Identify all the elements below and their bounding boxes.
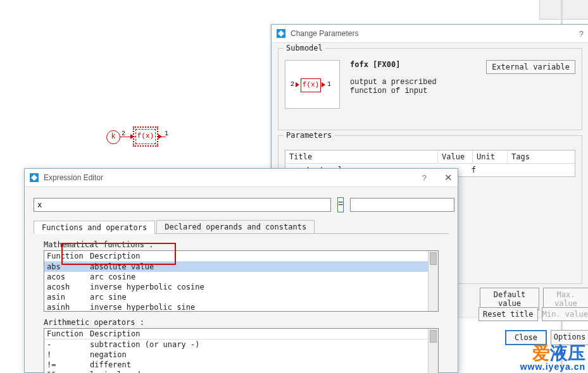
- submodel-preview: 2 f(x) 1: [285, 60, 340, 109]
- watermark: 爱液压 www.iyeya.cn: [520, 344, 585, 372]
- tab-functions[interactable]: Functions and operators: [34, 221, 155, 234]
- min-value-button: Min. value: [542, 307, 588, 321]
- wm-char1: 爱: [532, 343, 550, 363]
- window-title: Expression Editor: [44, 173, 103, 182]
- scrollbar-thumb[interactable]: [430, 252, 437, 265]
- expression-input[interactable]: [34, 198, 331, 212]
- list-item[interactable]: asin arc sine: [44, 292, 438, 302]
- cell-unit: [480, 164, 515, 176]
- canvas-component[interactable]: k 2 f(x) 1: [106, 126, 176, 149]
- list-header: Function Description: [44, 329, 438, 339]
- list-header: Function Description: [44, 251, 438, 262]
- col-function: Function: [44, 251, 87, 261]
- cell-desc: subtraction (or unary -): [87, 339, 438, 350]
- cell-func: !=: [44, 360, 87, 370]
- fofx-block[interactable]: f(x): [135, 129, 156, 144]
- cell-func: asinh: [44, 302, 87, 312]
- cell-desc: absolute value: [87, 262, 438, 272]
- col-tags: Tags: [508, 150, 575, 163]
- tabs: Functions and operators Declared operand…: [34, 220, 449, 234]
- section-label-arith: Arithmetic operators :: [44, 318, 449, 327]
- col-title: Title: [285, 150, 438, 163]
- result-output[interactable]: [350, 198, 454, 212]
- titlebar[interactable]: Expression Editor ? ✕: [25, 169, 458, 187]
- list-item[interactable]: !negation: [44, 350, 438, 360]
- scrollbar[interactable]: [428, 251, 438, 311]
- reset-title-button[interactable]: Reset title: [479, 307, 538, 321]
- port-label-2: 2: [122, 130, 125, 137]
- source-node[interactable]: k: [106, 130, 120, 144]
- math-functions-list[interactable]: Function Description abs absolute value …: [44, 250, 439, 312]
- close-icon[interactable]: ✕: [444, 172, 453, 183]
- list-item[interactable]: acos arc cosine: [44, 272, 438, 282]
- scrollbar[interactable]: [428, 329, 438, 373]
- col-value: Value: [438, 150, 473, 163]
- col-description: Description: [87, 329, 438, 339]
- background-panel: [539, 0, 588, 20]
- arrow-icon: [322, 82, 325, 87]
- help-button[interactable]: ?: [422, 173, 427, 183]
- cell-tags: [515, 164, 575, 176]
- cell-func: abs: [44, 262, 87, 272]
- arith-operators-list[interactable]: Function Description -subtraction (or un…: [44, 328, 439, 373]
- arrow-icon: [130, 134, 134, 139]
- fx-icon: f(x): [301, 78, 321, 92]
- cell-desc: inverse hyperbolic sine: [87, 302, 438, 312]
- cell-func: &&: [44, 370, 87, 373]
- cell-func: acosh: [44, 282, 87, 292]
- cell-func: acos: [44, 272, 87, 282]
- cell-desc: negation: [87, 350, 438, 360]
- evaluate-button[interactable]: =: [337, 197, 344, 212]
- list-item[interactable]: !=different: [44, 360, 438, 370]
- cell-desc: different: [87, 360, 438, 370]
- arrow-icon: [158, 134, 162, 139]
- port-label-1: 1: [165, 130, 168, 137]
- wm-char2: 液压: [550, 343, 585, 363]
- cell-desc: arc cosine: [87, 272, 438, 282]
- cell-func: asin: [44, 292, 87, 302]
- cell-desc: logical and: [87, 370, 438, 373]
- button-row-1b: Reset title Min. value: [479, 307, 588, 321]
- submodel-desc-line1: output a prescribed: [350, 78, 437, 87]
- scrollbar-thumb[interactable]: [430, 330, 437, 343]
- list-item[interactable]: abs absolute value: [44, 262, 438, 272]
- submodel-name: fofx [FX00]: [350, 60, 437, 69]
- table-header: Title Value Unit Tags: [285, 150, 575, 164]
- cell-func: -: [44, 339, 87, 350]
- col-function: Function: [44, 329, 87, 339]
- group-label: Submodel: [284, 44, 325, 52]
- wm-url: www.iyeya.cn: [520, 362, 585, 372]
- submodel-desc-line2: function of input: [350, 87, 437, 95]
- app-icon: [277, 29, 285, 38]
- list-item[interactable]: -subtraction (or unary -): [44, 339, 438, 350]
- arrow-icon: [296, 82, 299, 87]
- tab-declared[interactable]: Declared operands and constants: [156, 220, 315, 233]
- expression-editor-window: Expression Editor ? ✕ = Functions and op…: [24, 168, 458, 373]
- port-label: 1: [327, 81, 331, 88]
- col-description: Description: [87, 251, 438, 261]
- cell-func: !: [44, 350, 87, 360]
- help-button[interactable]: ?: [579, 29, 584, 39]
- submodel-group: Submodel 2 f(x) 1 fofx [FX00] output a p…: [278, 48, 582, 130]
- expression-row: =: [34, 197, 449, 212]
- list-item[interactable]: asinh inverse hyperbolic sine: [44, 302, 438, 312]
- list-item[interactable]: acosh inverse hyperbolic cosine: [44, 282, 438, 292]
- section-label-math: Mathematical functions :: [44, 240, 449, 249]
- app-icon: [30, 173, 39, 182]
- external-variables-button[interactable]: External variable: [486, 60, 575, 74]
- cell-desc: inverse hyperbolic cosine: [87, 282, 438, 292]
- window-title: Change Parameters: [291, 29, 358, 38]
- port-label: 2: [291, 81, 294, 88]
- list-item[interactable]: &&logical and: [44, 370, 438, 373]
- cell-desc: arc sine: [87, 292, 438, 302]
- titlebar[interactable]: Change Parameters ?: [272, 25, 588, 43]
- col-unit: Unit: [473, 150, 508, 163]
- group-label: Parameters: [284, 131, 334, 140]
